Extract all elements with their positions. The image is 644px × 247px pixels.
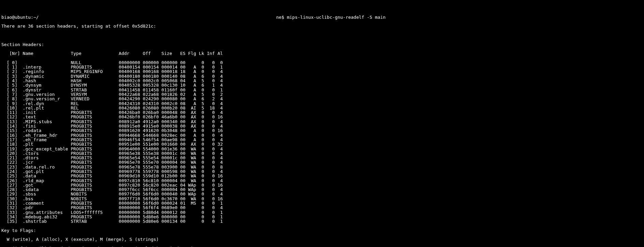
table-row: [ 9] .rel.dyn REL 00424310 024310 0002c0…	[1, 101, 644, 106]
prompt-line[interactable]: biao@ubuntu:~/ ne$ mips-linux-uclibc-gnu…	[1, 15, 644, 19]
table-row: [16] .eh_frame_hdr PROGBITS 00944668 544…	[1, 133, 644, 137]
table-row: [14] .fini PROGBITS 008915e0 4915e0 0000…	[1, 124, 644, 128]
key-to-flags-title: Key to Flags:	[1, 228, 644, 233]
table-row: [ 5] .dynsym DYNSYM 00405328 005328 00c1…	[1, 83, 644, 87]
table-row: [22] .jcr PROGBITS 00965e70 555e70 00000…	[1, 160, 644, 164]
table-row: [32] .pdr PROGBITS 00000000 56f6f4 0689e…	[1, 205, 644, 210]
table-row: [24] .got.plt PROGBITS 00969778 559778 0…	[1, 169, 644, 174]
table-row: [30] .bss NOBITS 0097f710 56f6d0 0c3670 …	[1, 197, 644, 201]
table-row: [35] .shstrtab STRTAB 00000000 5d80e6 00…	[1, 219, 644, 223]
table-row: [18] .plt PROGBITS 00951e00 551e00 00166…	[1, 142, 644, 146]
table-row: [ 4] .hash HASH 004002c0 0002c0 005068 0…	[1, 78, 644, 83]
table-row: [13] .MIPS.stubs PROGBITS 008912a0 4912a…	[1, 119, 644, 124]
table-row: [ 8] .gnu.version_r VERNEED 00424290 024…	[1, 97, 644, 101]
table-row: [21] .dtors PROGBITS 00965e54 555e54 000…	[1, 156, 644, 160]
table-row: [20] .ctors PROGBITS 00965e38 555e38 000…	[1, 151, 644, 156]
table-row: [ 3] .dynamic DYNAMIC 00400180 000180 00…	[1, 74, 644, 78]
table-row: [ 7] .gnu.version VERSYM 00422a68 022a68…	[1, 92, 644, 97]
table-row: [31] .comment PROGBITS 00000000 56f6d0 0…	[1, 201, 644, 205]
table-row: [12] .text PROGBITS 00426bf0 026bf0 46a6…	[1, 115, 644, 119]
table-row: [ 0] NULL 00000000 000000 000000 00 0 0 …	[1, 60, 644, 65]
table-row: [33] .gnu.attributes LOOS+ffffff5 000000…	[1, 210, 644, 215]
summary-line: There are 36 section headers, starting a…	[1, 24, 644, 28]
column-header-line: [Nr] Name Type Addr Off Size ES Flg Lk I…	[1, 51, 644, 56]
flags-line-1: W (write), A (alloc), X (execute), M (me…	[1, 237, 644, 242]
table-row: [ 2] .reginfo MIPS_REGINFO 00400168 0001…	[1, 69, 644, 74]
table-row: [ 1] .interp PROGBITS 00400154 000154 00…	[1, 65, 644, 69]
table-row: [23] .data.rel.ro PROGBITS 00965e78 555e…	[1, 165, 644, 169]
table-row: [29] .sbss NOBITS 0097f6d0 56f6d0 000040…	[1, 192, 644, 196]
table-row: [26] .rld_map PROGBITS 0097c810 56c810 0…	[1, 178, 644, 183]
table-row: [25] .data PROGBITS 00969d10 559d10 012b…	[1, 174, 644, 178]
blank-line	[1, 33, 644, 38]
table-row: [11] .init PROGBITS 00426ba0 026ba0 0000…	[1, 110, 644, 115]
table-row: [17] .eh_frame PROGBITS 00946f54 546f54 …	[1, 137, 644, 142]
sections-table: [ 0] NULL 00000000 000000 000000 00 0 0 …	[1, 60, 644, 224]
section-headers-title: Section Headers:	[1, 42, 644, 47]
table-row: [ 6] .dynstr STRTAB 00411458 011458 0116…	[1, 88, 644, 92]
table-row: [15] .rodata PROGBITS 00891620 491620 0b…	[1, 128, 644, 133]
table-row: [19] .gcc_except_table PROGBITS 00964000…	[1, 147, 644, 151]
table-row: [34] .mdebug.abi32 PROGBITS 00000000 5d8…	[1, 215, 644, 219]
table-row: [27] .got PROGBITS 0097c820 56c820 002ea…	[1, 183, 644, 187]
table-row: [10] .rel.plt REL 00426080 026080 000b20…	[1, 106, 644, 110]
table-row: [28] .sdata PROGBITS 0097f6cc 56f6cc 000…	[1, 187, 644, 192]
